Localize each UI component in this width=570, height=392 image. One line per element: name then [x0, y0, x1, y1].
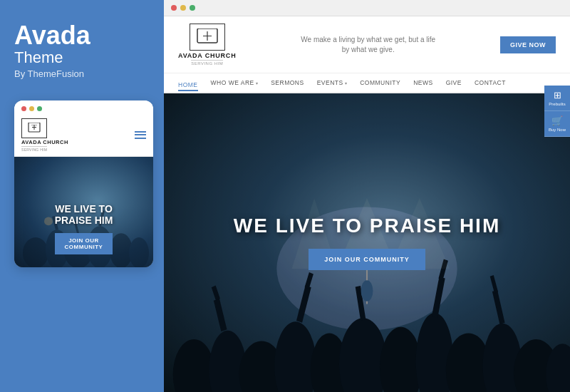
mobile-dot-green	[37, 106, 42, 111]
mobile-browser-dots	[21, 106, 42, 111]
nav-home[interactable]: HOME	[178, 80, 198, 91]
mobile-shield-icon	[21, 118, 47, 138]
nav-sermons[interactable]: SERMONS	[271, 78, 304, 88]
hero-cta-button[interactable]: JOIN OUR COMMUNITY	[309, 249, 425, 270]
mobile-hero: WE LIVE TO PRAISE HIM JOIN OUR COMMUNITY	[14, 157, 153, 267]
svg-point-13	[173, 339, 215, 392]
svg-point-10	[44, 217, 53, 226]
brand-by: By ThemeFusion	[14, 68, 150, 79]
svg-point-6	[129, 237, 149, 267]
left-panel: Avada Theme By ThemeFusion AVADA CHUR	[0, 0, 164, 392]
browser-dot-red	[171, 5, 177, 11]
buy-now-button[interactable]: 🛒 Buy Now	[544, 111, 570, 137]
mobile-menu-icon[interactable]	[135, 131, 146, 139]
cart-icon: 🛒	[551, 115, 563, 126]
mobile-header: AVADA CHURCH SERVING HIM	[14, 114, 153, 157]
nav-contact[interactable]: CONTACT	[475, 78, 506, 88]
nav-events[interactable]: EVENTS ▾	[317, 78, 348, 88]
mobile-church-name: AVADA CHURCH	[21, 140, 68, 145]
site-hero: WE LIVE TO PRAISE HIM JOIN OUR COMMUNITY	[164, 93, 570, 392]
svg-line-31	[494, 291, 502, 324]
hero-content: WE LIVE TO PRAISE HIM JOIN OUR COMMUNITY	[234, 215, 500, 270]
site-header: AVADA CHURCH SERVING HIM We make a livin…	[164, 16, 570, 73]
give-now-button[interactable]: GIVE NOW	[500, 36, 556, 53]
site-tagline: We make a living by what we get, but a l…	[297, 35, 440, 55]
nav-news[interactable]: NEWS	[413, 78, 433, 88]
site-church-name: AVADA CHURCH	[178, 52, 236, 59]
site-church-sub: SERVING HIM	[191, 60, 223, 66]
prebuilts-button[interactable]: ⊞ Prebuilts	[544, 86, 570, 111]
browser-dot-green	[190, 5, 195, 11]
brand-subtitle: Theme	[14, 50, 150, 66]
nav-community[interactable]: COMMUNITY	[360, 78, 400, 88]
mobile-church-logo: AVADA CHURCH SERVING HIM	[21, 118, 68, 152]
nav-give[interactable]: GIVE	[446, 78, 462, 88]
svg-point-5	[110, 233, 133, 267]
site-nav: HOME WHO WE ARE ▾ SERMONS EVENTS ▾ COMMU…	[164, 73, 570, 93]
site-logo: AVADA CHURCH SERVING HIM	[178, 24, 236, 66]
floating-sidebar: ⊞ Prebuilts 🛒 Buy Now	[544, 86, 570, 137]
brand-title: Avada	[14, 21, 150, 50]
site-shield-icon	[190, 24, 225, 51]
mobile-dot-red	[21, 106, 26, 111]
svg-point-1	[23, 237, 48, 267]
svg-line-25	[217, 299, 224, 330]
svg-line-32	[492, 276, 496, 293]
right-panel: AVADA CHURCH SERVING HIM We make a livin…	[164, 0, 570, 392]
desktop-site: AVADA CHURCH SERVING HIM We make a livin…	[164, 16, 570, 392]
svg-point-19	[380, 326, 422, 392]
mobile-mockup: AVADA CHURCH SERVING HIM	[14, 100, 153, 267]
desktop-browser-bar	[164, 0, 570, 16]
hero-title: WE LIVE TO PRAISE HIM	[234, 215, 500, 237]
svg-rect-0	[28, 123, 40, 132]
nav-who-we-are-arrow: ▾	[256, 81, 259, 86]
mobile-crowd-svg	[14, 190, 153, 267]
mobile-dot-yellow	[29, 106, 34, 111]
svg-point-16	[274, 321, 316, 392]
nav-who-we-are[interactable]: WHO WE ARE ▾	[211, 78, 259, 88]
svg-line-26	[214, 286, 218, 299]
brand-info: Avada Theme By ThemeFusion	[14, 21, 150, 79]
mobile-church-sub: SERVING HIM	[21, 146, 47, 152]
prebuilts-icon: ⊞	[554, 90, 561, 100]
mobile-hero-text: WE LIVE TO PRAISE HIM	[55, 203, 113, 226]
nav-events-arrow: ▾	[345, 81, 348, 86]
mobile-cta-button[interactable]: JOIN OUR COMMUNITY	[55, 233, 113, 254]
browser-dot-yellow	[180, 5, 186, 11]
mobile-top-bar	[14, 100, 153, 114]
svg-point-36	[361, 280, 373, 301]
